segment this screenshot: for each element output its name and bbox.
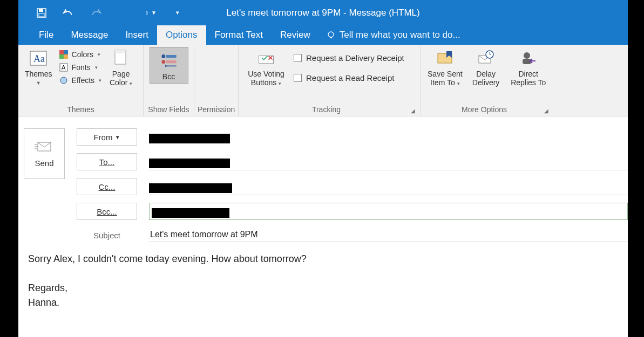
group-label-show-fields: Show Fields: [147, 104, 191, 116]
tab-format-text[interactable]: Format Text: [206, 25, 272, 45]
to-button[interactable]: To...: [77, 153, 137, 170]
title-bar: ▼ ▾ Let's meet tomorrow at 9PM - Message…: [18, 0, 628, 25]
svg-rect-11: [64, 54, 68, 59]
save-icon[interactable]: [36, 7, 48, 19]
redo-icon[interactable]: [90, 7, 101, 19]
window-title: Let's meet tomorrow at 9PM - Message (HT…: [226, 8, 419, 18]
from-value: user2@example.com: [149, 134, 230, 143]
subject-field[interactable]: [149, 228, 628, 242]
save-sent-item-button[interactable]: Save Sent Item To ▾: [424, 47, 466, 89]
chevron-down-icon: ▼: [151, 10, 157, 16]
send-button[interactable]: Send: [24, 128, 65, 179]
direct-replies-icon: [519, 49, 538, 67]
chevron-down-icon: ▼: [36, 80, 41, 86]
to-value: user1@example.com: [149, 159, 230, 168]
save-sent-icon: [436, 49, 454, 67]
use-voting-button[interactable]: Use Voting Buttons ▾: [242, 47, 290, 89]
tab-file[interactable]: File: [30, 25, 62, 45]
fonts-icon: A: [59, 63, 69, 72]
svg-point-16: [161, 54, 165, 58]
svg-rect-10: [59, 54, 64, 59]
tab-insert[interactable]: Insert: [117, 25, 157, 45]
svg-rect-1: [39, 9, 43, 12]
group-permission: Permission: [194, 45, 239, 116]
svg-point-3: [146, 10, 147, 11]
group-more-options: Save Sent Item To ▾ Delay Delivery Direc…: [421, 45, 554, 116]
svg-rect-19: [166, 60, 176, 63]
svg-rect-2: [39, 13, 44, 17]
subject-input[interactable]: [149, 228, 628, 242]
bcc-field-button[interactable]: Bcc...: [77, 203, 137, 220]
bcc-icon: [160, 52, 178, 70]
tab-options[interactable]: Options: [157, 25, 206, 45]
cc-field[interactable]: user1@example.com: [149, 178, 628, 195]
svg-text:A: A: [62, 64, 66, 71]
voting-icon: [257, 49, 275, 67]
themes-icon: Aa: [29, 49, 48, 67]
cc-button[interactable]: Cc...: [77, 178, 137, 195]
colors-icon: [59, 50, 69, 59]
svg-rect-8: [59, 50, 64, 54]
touch-mode-icon[interactable]: ▼: [145, 7, 157, 19]
dialog-launcher-icon[interactable]: ◢: [544, 108, 551, 116]
tab-message[interactable]: Message: [62, 25, 117, 45]
group-themes: Aa Themes ▼ Colors▾ A Fonts▾: [18, 45, 144, 116]
svg-text:Aa: Aa: [33, 53, 45, 64]
tab-review[interactable]: Review: [272, 25, 319, 45]
svg-rect-17: [166, 55, 176, 58]
page-color-icon: [112, 49, 130, 67]
delivery-receipt-checkbox[interactable]: Request a Delivery Receipt: [294, 52, 404, 64]
svg-point-14: [60, 77, 67, 84]
group-label-more-options: More Options: [424, 104, 544, 116]
group-tracking: Use Voting Buttons ▾ Request a Delivery …: [239, 45, 421, 116]
message-body[interactable]: Sorry Alex, I couldn't come today evenin…: [18, 242, 628, 320]
checkbox-icon: [294, 54, 302, 62]
to-field[interactable]: user1@example.com: [149, 153, 628, 170]
group-label-permission: Permission: [198, 104, 235, 116]
delay-delivery-button[interactable]: Delay Delivery: [467, 47, 505, 89]
colors-button[interactable]: Colors▾: [58, 49, 103, 60]
effects-icon: [59, 75, 69, 85]
tell-me-search[interactable]: Tell me what you want to do...: [319, 25, 460, 45]
body-line-2: Regards,: [28, 281, 618, 295]
themes-button[interactable]: Aa Themes ▼: [22, 47, 56, 88]
envelope-icon: [35, 140, 54, 153]
tell-me-placeholder: Tell me what you want to do...: [340, 30, 460, 40]
lightbulb-icon: [327, 31, 335, 39]
body-line-1: Sorry Alex, I couldn't come today evenin…: [28, 252, 618, 266]
subject-label: Subject: [77, 228, 137, 240]
undo-icon[interactable]: [63, 7, 74, 19]
cc-value: user1@example.com: [149, 183, 232, 193]
page-color-button[interactable]: Page Color ▾: [105, 47, 137, 89]
svg-rect-5: [330, 37, 332, 38]
body-line-3: Hanna.: [28, 295, 618, 310]
svg-point-24: [524, 52, 530, 59]
read-receipt-checkbox[interactable]: Request a Read Receipt: [294, 72, 404, 84]
fonts-button[interactable]: A Fonts▾: [58, 62, 103, 73]
delay-icon: [477, 49, 495, 67]
group-show-fields: Bcc Show Fields: [144, 45, 194, 116]
svg-rect-9: [64, 50, 68, 54]
direct-replies-button[interactable]: Direct Replies To: [506, 47, 551, 89]
from-field[interactable]: user2@example.com: [149, 128, 628, 146]
outlook-compose-window: ▼ ▾ Let's meet tomorrow at 9PM - Message…: [18, 0, 628, 337]
compose-header: Send From ▼ To... Cc... Bcc... Subject u…: [18, 116, 628, 242]
svg-point-18: [161, 60, 165, 64]
quick-access-toolbar: ▼ ▾: [18, 7, 184, 19]
bcc-button[interactable]: Bcc: [150, 47, 188, 84]
bcc-field[interactable]: user3@example.com: [149, 203, 628, 220]
bcc-value: user3@example.com: [152, 208, 229, 218]
checkbox-icon: [294, 74, 302, 82]
ribbon-options: Aa Themes ▼ Colors▾ A Fonts▾: [18, 45, 628, 116]
group-label-themes: Themes: [22, 104, 140, 116]
dialog-launcher-icon[interactable]: ◢: [411, 108, 417, 116]
customize-qat-icon[interactable]: ▾: [172, 7, 184, 19]
effects-button[interactable]: Effects▾: [58, 75, 103, 86]
from-button[interactable]: From ▼: [77, 128, 137, 146]
ribbon-tabs: File Message Insert Options Format Text …: [18, 25, 628, 45]
group-label-tracking: Tracking: [242, 104, 411, 116]
svg-point-4: [328, 32, 334, 37]
